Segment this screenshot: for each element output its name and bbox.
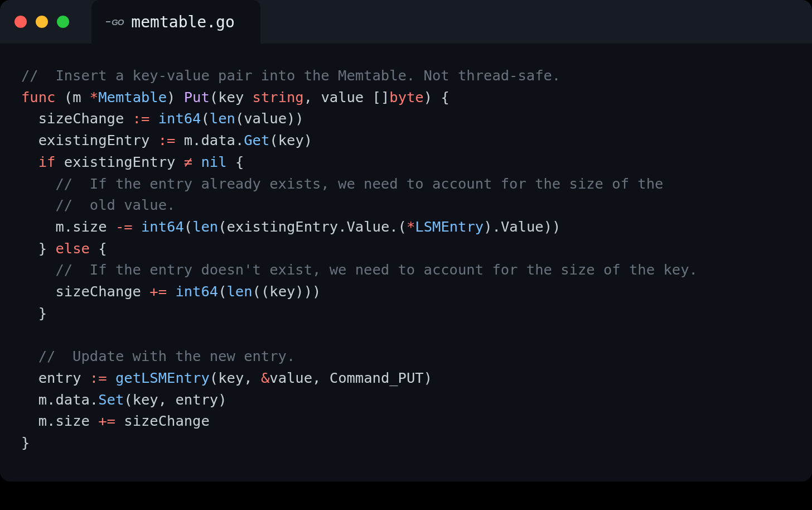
code-comment: // Update with the new entry.: [21, 348, 295, 364]
code-comment: // Insert a key-value pair into the Memt…: [21, 67, 560, 84]
zoom-window-button[interactable]: [57, 16, 69, 28]
code-func-name: Put: [184, 89, 210, 105]
go-icon: GO: [106, 17, 123, 27]
code-comment: // If the entry doesn't exist, we need t…: [21, 261, 698, 278]
code-comment: // old value.: [21, 196, 175, 213]
close-window-button[interactable]: [14, 16, 27, 28]
code-keyword: func: [21, 89, 55, 105]
titlebar: GO memtable.go: [0, 0, 812, 44]
editor-window: GO memtable.go // Insert a key-value pai…: [0, 0, 812, 482]
minimize-window-button[interactable]: [36, 16, 48, 28]
code-editor[interactable]: // Insert a key-value pair into the Memt…: [0, 44, 812, 482]
tab-filename: memtable.go: [131, 13, 234, 31]
traffic-lights: [14, 16, 69, 28]
code-comment: // If the entry already exists, we need …: [21, 175, 663, 192]
tab-active[interactable]: GO memtable.go: [91, 0, 260, 44]
